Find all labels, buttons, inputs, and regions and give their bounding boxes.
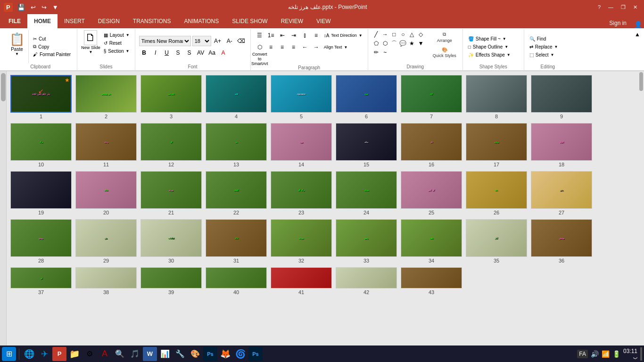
arrow-shape[interactable]: → (381, 30, 389, 39)
select-button[interactable]: ⬚ Select ▼ (528, 52, 560, 58)
tab-slideshow[interactable]: SLIDE SHOW (225, 14, 274, 28)
taskbar-ie[interactable]: 🌐 (22, 347, 36, 361)
tab-review[interactable]: REVIEW (274, 14, 310, 28)
taskbar-coreldraw[interactable]: 🎨 (188, 347, 202, 361)
slide-thumb-22[interactable]: گیاهان 22 (206, 171, 267, 215)
numbering-button[interactable]: 1≡ (266, 30, 276, 41)
taskbar-powerpoint[interactable]: P (52, 347, 66, 361)
taskbar-chrome[interactable]: 🌀 (233, 347, 248, 361)
slide-thumb-29[interactable]: متن 29 (75, 219, 137, 263)
align-right-button[interactable]: ≡ (277, 42, 288, 52)
arrange-button[interactable]: ⧉ Arrange (430, 30, 459, 44)
bullets-button[interactable]: ☰ (255, 30, 265, 41)
taskbar-autocad[interactable]: 🔧 (173, 347, 187, 361)
slide-thumb-18[interactable]: کنترل 18 (531, 123, 592, 167)
left-scrollbar[interactable] (0, 71, 7, 346)
char-spacing-button[interactable]: AV (196, 48, 206, 58)
shadow-button[interactable]: S (184, 48, 195, 58)
more-shapes[interactable]: ▼ (417, 39, 425, 48)
replace-button[interactable]: ⇄ Replace ▼ (528, 44, 560, 50)
slide-thumb-15[interactable]: ساقه 15 (336, 123, 397, 167)
slide-thumb-40[interactable]: 40 (206, 267, 267, 295)
callout-shape[interactable]: 💬 (399, 39, 407, 48)
slide-thumb-24[interactable]: پیچک 24 (336, 171, 397, 215)
taskbar-photoshop2[interactable]: Ps (248, 347, 263, 361)
slide-thumb-39[interactable]: 39 (140, 267, 202, 295)
paste-button[interactable]: 📋 Paste ▼ (6, 30, 29, 63)
hex-shape[interactable]: ⬡ (381, 39, 389, 48)
customize-quick-access-button[interactable]: ▼ (50, 3, 60, 12)
change-case-button[interactable]: Aa (207, 48, 217, 58)
taskbar-firefox[interactable]: 🦊 (218, 347, 232, 361)
shape-outline-button[interactable]: □ Shape Outline ▼ (467, 44, 512, 50)
tab-view[interactable]: VIEW (310, 14, 338, 28)
shape-effects-button[interactable]: ✨ Effects Shape ▼ (467, 52, 512, 58)
slide-thumb-27[interactable]: بذور 27 (531, 171, 592, 215)
volume-icon[interactable]: 🔊 (591, 350, 599, 358)
slide-thumb-2[interactable]: متن توضیحی 2 (75, 75, 137, 119)
new-slide-dropdown[interactable]: ▼ (89, 50, 92, 54)
slide-thumb-34[interactable]: علف 34 (401, 219, 462, 263)
slide-panel[interactable]: بذر علف هرز تلخه ↙ ★ 1 متن توضیحی (7, 71, 638, 346)
tab-file[interactable]: FILE (2, 14, 27, 28)
decrease-font-button[interactable]: A- (224, 36, 235, 46)
quick-styles-button[interactable]: 🎨 Quick Styles (430, 46, 459, 59)
slide-thumb-7[interactable]: گیاه 7 (401, 75, 462, 119)
undo-button[interactable]: ↩ (29, 3, 38, 12)
slide-thumb-11[interactable]: ریشه 11 (75, 123, 137, 167)
slide-thumb-21[interactable]: مزرعه 21 (140, 171, 202, 215)
slide-thumbnail[interactable]: بذر علف هرز تلخه ↙ ★ (10, 75, 72, 113)
tab-home[interactable]: HOME (27, 14, 58, 28)
save-button[interactable]: 💾 (16, 3, 27, 12)
reset-button[interactable]: ↺ Reset (102, 40, 131, 46)
diamond-shape[interactable]: ◇ (417, 30, 425, 39)
slide-thumb-28[interactable]: رویش 28 (10, 219, 72, 263)
restore-button[interactable]: ❐ (618, 4, 628, 10)
slide-thumbnail[interactable]: متن توضیحی (75, 75, 137, 113)
tab-insert[interactable]: INSERT (58, 14, 91, 28)
increase-font-button[interactable]: A+ (213, 36, 223, 46)
circle-shape[interactable]: ○ (399, 30, 407, 39)
slide-thumb-14[interactable]: میوه 14 (271, 123, 332, 167)
slide-thumb-32[interactable]: مزرعه 32 (271, 219, 332, 263)
text-direction-button[interactable]: ↕A Text Direction ▼ (322, 33, 364, 39)
ribbon-collapse-button[interactable]: ▲ (635, 31, 640, 38)
underline-button[interactable]: U (162, 48, 172, 58)
shape-fill-button[interactable]: 🪣 Shape Fill ~ ▼ (467, 36, 512, 42)
freeform-shape[interactable]: ✏ (372, 48, 380, 57)
slide-thumb-10[interactable]: برگ 10 (10, 123, 72, 167)
italic-button[interactable]: I (150, 48, 161, 58)
slide-thumb-41[interactable]: 41 (271, 267, 332, 295)
find-button[interactable]: 🔍 Find (528, 36, 560, 42)
format-painter-button[interactable]: 🖌 Format Painter (32, 51, 72, 58)
taskbar-word[interactable]: W (143, 347, 157, 361)
slide-thumb-4[interactable]: تلخه 4 (206, 75, 267, 119)
pentagon-shape[interactable]: ⬠ (372, 39, 380, 48)
slide-thumb-20[interactable]: شاخه 20 (75, 171, 137, 215)
slide-thumb-43[interactable]: 43 (401, 267, 462, 295)
columns-button[interactable]: ⫿ (300, 30, 310, 41)
cut-button[interactable]: ✂ Cut (32, 36, 72, 42)
font-name-select[interactable]: Times New Roman (139, 36, 191, 46)
slide-thumb-17[interactable]: بیماری 17 (466, 123, 527, 167)
close-button[interactable]: ✕ (630, 4, 640, 10)
rtl-button[interactable]: ← (300, 42, 310, 52)
copy-button[interactable]: ⧉ Copy (32, 43, 72, 50)
tab-transitions[interactable]: TRANSITIONS (126, 14, 178, 28)
align-center-button[interactable]: ≡ (266, 42, 276, 52)
slide-thumb-35[interactable]: آمار 35 (466, 219, 527, 263)
align-left-button[interactable]: ⬡ (255, 42, 265, 52)
layout-button[interactable]: ▦ Layout ▼ (102, 32, 131, 38)
rect-shape[interactable]: □ (390, 30, 398, 39)
slide-thumb-26[interactable]: دانه 26 (466, 171, 527, 215)
help-button[interactable]: ? (595, 4, 603, 10)
slide-thumb-16[interactable]: خار 16 (401, 123, 462, 167)
slide-thumb-12[interactable]: گل 12 (140, 123, 202, 167)
slide-thumb-23[interactable]: برگ گل 23 (271, 171, 332, 215)
section-button[interactable]: § Section ▼ (102, 48, 131, 54)
slide-thumb-31[interactable]: خاک 31 (206, 219, 267, 263)
right-scrollbar[interactable] (638, 71, 644, 346)
ltr-button[interactable]: → (311, 42, 322, 52)
scribble-shape[interactable]: ~ (381, 48, 389, 57)
convert-smartart-button[interactable]: Convert to SmartArt (255, 54, 265, 64)
